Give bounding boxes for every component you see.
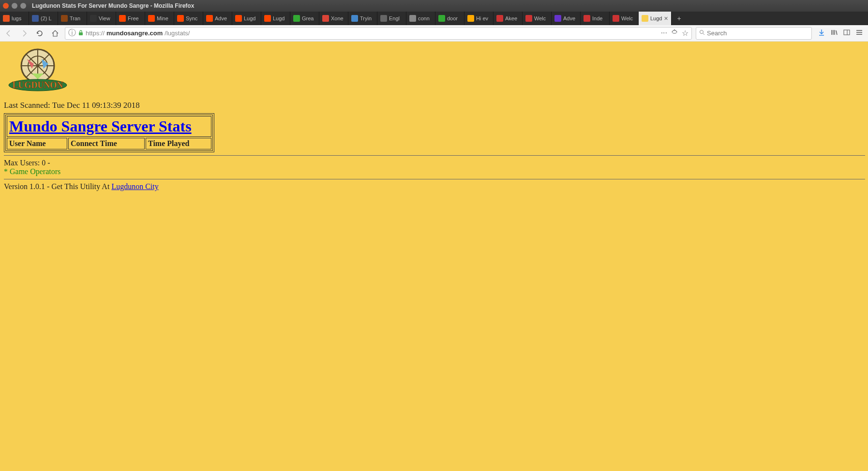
window-maximize-button[interactable] [20, 3, 26, 9]
tab-label: Mine [157, 15, 168, 21]
tab-1[interactable]: (2) L [29, 12, 58, 25]
window-titlebar: Lugdunon Stats For Server Mundo Sangre -… [0, 0, 868, 12]
tab-11[interactable]: Xone [319, 12, 348, 25]
divider [4, 155, 865, 156]
search-icon [699, 29, 705, 37]
svg-rect-0 [79, 32, 83, 35]
tab-favicon [380, 15, 387, 22]
tab-favicon [148, 15, 155, 22]
tab-label: Lugd [244, 15, 255, 21]
tab-favicon [351, 15, 358, 22]
tab-17[interactable]: Akee [494, 12, 523, 25]
home-button[interactable] [49, 28, 61, 39]
tab-label: Adve [215, 15, 227, 21]
tab-label: Lugd [650, 15, 662, 21]
search-input[interactable] [707, 29, 808, 37]
bookmark-star-icon[interactable]: ☆ [682, 29, 688, 38]
window-title: Lugdunon Stats For Server Mundo Sangre -… [32, 2, 194, 9]
url-path: /lugstats/ [165, 29, 190, 37]
tab-22[interactable]: Lugd✕ [639, 12, 672, 25]
max-users-label: Max Users: [4, 159, 42, 167]
stats-table: Mundo Sangre Server Stats User Name Conn… [4, 113, 214, 152]
tab-label: Lugd [273, 15, 284, 21]
tab-5[interactable]: Mine [145, 12, 174, 25]
tab-19[interactable]: Adve [552, 12, 581, 25]
svg-line-2 [703, 33, 704, 35]
svg-text:LUGDUNON: LUGDUNON [12, 80, 63, 90]
tab-label: View [99, 15, 110, 21]
back-button[interactable] [3, 28, 15, 39]
tab-favicon [496, 15, 503, 22]
tab-0[interactable]: lugs [0, 12, 29, 25]
sidebar-icon[interactable] [843, 29, 851, 38]
page-actions-icon[interactable]: ··· [661, 29, 667, 38]
tab-10[interactable]: Grea [290, 12, 319, 25]
tab-label: Engl [389, 15, 400, 21]
tab-favicon [90, 15, 97, 22]
tab-label: Sync [186, 15, 197, 21]
column-user-name: User Name [7, 138, 67, 149]
window-minimize-button[interactable] [12, 3, 17, 9]
tab-label: Inde [592, 15, 602, 21]
tab-3[interactable]: View [87, 12, 116, 25]
tab-favicon [584, 15, 590, 22]
downloads-icon[interactable] [818, 29, 825, 38]
url-bar[interactable]: ⓘ https://mundosangre.com/lugstats/ ··· … [65, 27, 692, 40]
tab-18[interactable]: Welc [523, 12, 552, 25]
tab-label: lugs [12, 15, 21, 21]
version-row: Version 1.0.1 - Get This Utility At Lugd… [4, 182, 865, 191]
info-icon[interactable]: ⓘ [68, 28, 76, 38]
tab-favicon [119, 15, 126, 22]
last-scanned-text: Last Scanned: Tue Dec 11 09:13:39 2018 [4, 101, 865, 110]
tab-15[interactable]: door [435, 12, 464, 25]
window-close-button[interactable] [3, 3, 9, 9]
navigation-toolbar: ⓘ https://mundosangre.com/lugstats/ ··· … [0, 25, 868, 42]
tab-favicon [264, 15, 271, 22]
tab-favicon [554, 15, 561, 22]
tab-6[interactable]: Sync [174, 12, 203, 25]
tab-7[interactable]: Adve [203, 12, 232, 25]
svg-point-1 [700, 30, 703, 34]
tab-label: Free [128, 15, 139, 21]
column-time-played: Time Played [146, 138, 211, 149]
tab-14[interactable]: conn [406, 12, 435, 25]
tab-21[interactable]: Welc [610, 12, 639, 25]
game-operators-text: * Game Operators [4, 167, 865, 176]
tab-label: Tran [70, 15, 80, 21]
tab-label: Adve [563, 15, 575, 21]
tab-label: Welc [621, 15, 633, 21]
tab-bar: lugs(2) LTranViewFreeMineSyncAdveLugdLug… [0, 12, 868, 25]
url-host: mundosangre.com [106, 29, 163, 37]
lock-icon [78, 29, 84, 38]
tab-13[interactable]: Engl [377, 12, 406, 25]
menu-icon[interactable] [855, 29, 863, 38]
tab-label: Grea [302, 15, 314, 21]
tab-favicon [438, 15, 445, 22]
lugdunon-city-link[interactable]: Lugdunon City [111, 182, 158, 191]
tab-2[interactable]: Tran [58, 12, 87, 25]
tab-favicon [235, 15, 242, 22]
tab-4[interactable]: Free [116, 12, 145, 25]
tab-8[interactable]: Lugd [232, 12, 261, 25]
stats-title-link[interactable]: Mundo Sangre Server Stats [9, 118, 192, 135]
library-icon[interactable] [830, 29, 838, 38]
reload-button[interactable] [34, 28, 45, 39]
forward-button[interactable] [18, 28, 30, 39]
lugdunon-logo: LUGDUNON [4, 45, 72, 99]
tab-16[interactable]: Hi ev [464, 12, 494, 25]
tab-close-icon[interactable]: ✕ [664, 15, 668, 22]
tab-favicon [322, 15, 329, 22]
tab-favicon [613, 15, 619, 22]
reader-icon[interactable] [671, 29, 678, 38]
tab-label: conn [418, 15, 430, 21]
search-bar[interactable] [696, 27, 812, 40]
tab-9[interactable]: Lugd [261, 12, 290, 25]
divider [4, 179, 865, 179]
tab-favicon [467, 15, 474, 22]
max-users-row: Max Users: 0 - [4, 159, 865, 167]
tab-label: Welc [534, 15, 546, 21]
tab-20[interactable]: Inde [581, 12, 610, 25]
new-tab-button[interactable]: + [672, 12, 686, 25]
tab-favicon [293, 15, 300, 22]
tab-12[interactable]: Tryin [348, 12, 377, 25]
